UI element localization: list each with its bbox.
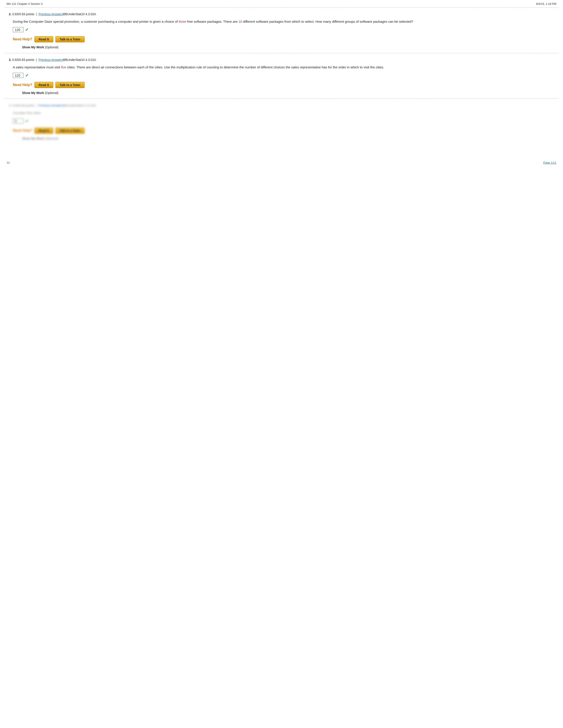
question-4-blurred-answer: 5 ✔	[13, 118, 554, 124]
question-2-talk-tutor-button[interactable]: Talk to a Tutor	[55, 36, 85, 42]
question-4-points: 0.83/0.83 points	[12, 104, 34, 107]
question-3-need-help-label: Need Help?	[13, 83, 32, 87]
question-3-show-work-label: Show My Work	[22, 91, 44, 95]
question-2-previous-answers[interactable]: Previous Answers	[38, 12, 63, 16]
question-4-checkmark: ✔	[25, 118, 29, 124]
question-2-need-help-label: Need Help?	[13, 37, 32, 41]
question-3-checkmark: ✔	[25, 73, 29, 78]
question-3-body: A sales representative must visit five c…	[13, 65, 554, 70]
question-2-checkmark: ✔	[25, 27, 29, 32]
question-2-number: 2.	[9, 12, 11, 16]
question-4-optional-label: (Optional)	[45, 137, 58, 140]
page-header: MA 121 Chapter 4 Section 3 8/4/16, 1:18 …	[0, 0, 563, 7]
question-4-talk-tutor-button: Talk to a Tutor	[55, 128, 85, 134]
question-2-show-work-label: Show My Work	[22, 45, 44, 49]
question-2-highlight1: three	[179, 20, 186, 23]
question-2-body-middle: free software packages. There are	[186, 20, 238, 23]
question-2-optional-label: (Optional)	[45, 45, 58, 49]
question-4-need-help-label: Need Help?	[13, 129, 32, 133]
question-4-number: 4.	[9, 104, 11, 107]
page-datetime: 8/4/16, 1:18 PM	[536, 2, 556, 6]
question-4-blurred-block: 4. 0.83/0.83 points | Previous AnswersBB…	[0, 99, 563, 144]
question-3-block: 3. 0.83/0.83 points | Previous AnswersBB…	[0, 53, 563, 99]
question-4-blurred-body: Consider five cities.	[13, 110, 554, 116]
question-2-highlight2: 10	[238, 20, 242, 23]
question-3-highlight1: five	[61, 65, 66, 69]
question-4-read-it-button: Read It	[34, 128, 53, 134]
question-2-body: During the Computer Daze special promoti…	[13, 19, 554, 24]
question-2-body-after: different software packages from which t…	[242, 20, 413, 23]
question-2-answer-row: 120 ✔	[13, 27, 554, 32]
question-4-course-code: BBUnderStat10 4.3.010.	[63, 104, 97, 107]
question-2-meta: 2. 0.83/0.83 points | Previous AnswersBB…	[9, 12, 554, 16]
footer-page-indicator: 31	[7, 161, 10, 164]
footer-nav[interactable]: Page 1/11	[543, 161, 556, 164]
question-4-answer: 5	[13, 118, 23, 124]
question-3-answer-row: 120 ✔	[13, 73, 554, 78]
page-footer: 31 Page 1/11	[0, 158, 563, 168]
question-2-body-before: During the Computer Daze special promoti…	[13, 20, 179, 23]
question-3-body-before: A sales representative must visit	[13, 65, 61, 69]
question-3-course-code: BBUnderStat10 4.3.010.	[63, 58, 97, 62]
question-4-previous-answers: Previous Answers	[38, 104, 63, 107]
question-4-blurred-meta: 4. 0.83/0.83 points | Previous AnswersBB…	[9, 104, 554, 107]
question-2-points: 0.83/0.83 points	[12, 12, 34, 16]
question-4-blurred-show-work: Show My Work (Optional)	[22, 137, 554, 140]
question-4-blurred-need-help: Need Help? Read It Talk to a Tutor	[13, 128, 554, 134]
question-3-meta: 3. 0.83/0.83 points | Previous AnswersBB…	[9, 58, 554, 62]
question-3-points: 0.83/0.83 points	[12, 58, 34, 62]
question-3-previous-answers[interactable]: Previous Answers	[38, 58, 63, 62]
question-2-course-code: BBUnderStat10 4.3.024.	[63, 12, 97, 16]
question-3-show-work: Show My Work (Optional)	[22, 91, 554, 95]
question-3-need-help-row: Need Help? Read It Talk to a Tutor	[13, 82, 554, 88]
question-4-show-work-label: Show My Work	[22, 137, 44, 140]
question-2-need-help-row: Need Help? Read It Talk to a Tutor	[13, 36, 554, 42]
question-2-show-work: Show My Work (Optional)	[22, 45, 554, 49]
question-2-read-it-button[interactable]: Read It	[34, 36, 53, 42]
page-title: MA 121 Chapter 4 Section 3	[7, 2, 43, 6]
question-3-body-after: cities. There are direct air connections…	[66, 65, 384, 69]
question-3-number: 3.	[9, 58, 11, 62]
question-2-block: 2. 0.83/0.83 points | Previous AnswersBB…	[0, 8, 563, 53]
question-3-optional-label: (Optional)	[45, 91, 58, 95]
question-2-answer: 120	[13, 27, 23, 32]
question-3-read-it-button[interactable]: Read It	[34, 82, 53, 88]
question-3-talk-tutor-button[interactable]: Talk to a Tutor	[55, 82, 85, 88]
question-3-answer: 120	[13, 73, 23, 78]
